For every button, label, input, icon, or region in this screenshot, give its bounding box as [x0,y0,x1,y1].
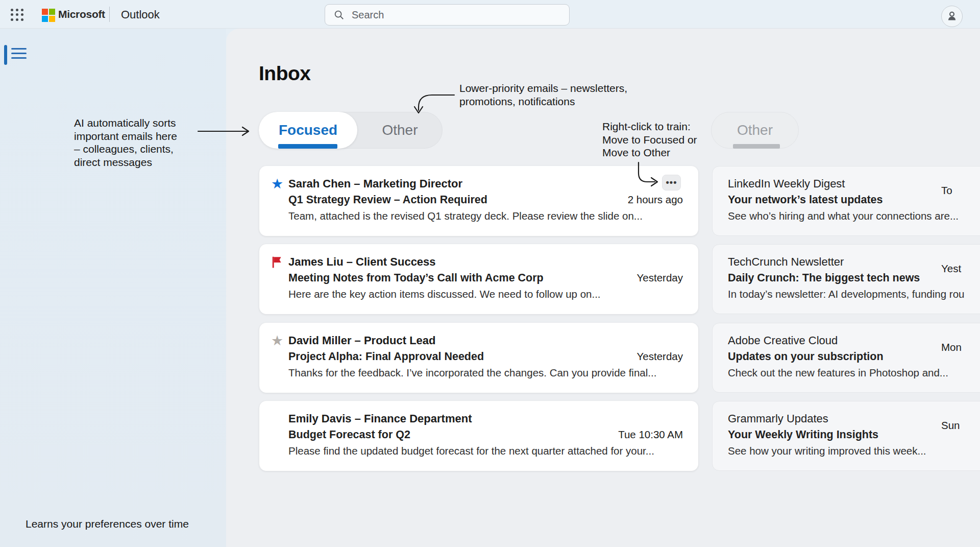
email-subject: Project Alpha: Final Approval Needed [288,350,484,363]
annotation-right-click-train: Right-click to train: Move to Focused or… [602,120,697,159]
email-subject: Meeting Notes from Today’s Call with Acm… [288,272,544,284]
email-preview: See who’s hiring and what your connectio… [728,210,980,222]
email-subject: Updates on your subscription [728,350,884,363]
tab-other[interactable]: Other [357,112,443,148]
email-preview: See how your writing improved this week.… [728,445,980,457]
email-subject: Your network’s latest updates [728,194,883,206]
email-timestamp: 2 hours ago [622,194,683,206]
annotation-learns-preferences: Learns your preferences over time [26,517,189,531]
tab-focused[interactable]: Focused [259,112,357,149]
sidebar-accent-bar [4,45,7,65]
email-row-emily-davis[interactable]: Emily Davis – Finance Department Budget … [259,401,698,471]
focused-other-tab-group: Other Focused [259,112,443,149]
email-timestamp: Yest [941,263,961,275]
email-timestamp: Sun [941,419,960,432]
email-row-sarah-chen[interactable]: ★ Sarah Chen – Marketing Director Q1 Str… [259,166,698,236]
star-icon[interactable]: ★ [270,333,285,348]
email-row-james-liu[interactable]: James Liu – Client Success Meeting Notes… [259,244,698,314]
email-row-techcrunch[interactable]: TechCrunch Newsletter Daily Crunch: The … [712,244,980,314]
email-sender: James Liu – Client Success [288,254,683,270]
email-timestamp: Tue 10:30 AM [612,429,683,441]
email-row-adobe[interactable]: Adobe Creative Cloud Updates on your sub… [712,323,980,393]
microsoft-label: Microsoft [58,8,105,20]
app-title: Outlook [121,8,160,21]
annotation-lower-priority: Lower-priority emails – newsletters, pro… [459,82,627,108]
tab-focused-label: Focused [279,122,337,138]
more-options-button[interactable]: ••• [662,175,681,191]
email-row-linkedin[interactable]: LinkedIn Weekly Digest Your network’s la… [712,166,980,236]
email-sender: Sarah Chen – Marketing Director [288,176,683,192]
other-column-label: Other [737,122,773,138]
hamburger-menu-button[interactable] [11,48,27,59]
email-timestamp: Yesterday [631,350,683,363]
page-title: Inbox [259,62,311,85]
star-icon[interactable]: ★ [270,176,285,192]
email-subject: Q1 Strategy Review – Action Required [288,194,487,206]
email-preview: Here are the key action items discussed.… [288,288,683,300]
email-preview: Thanks for the feedback. I’ve incorporat… [288,367,683,379]
email-preview: Team, attached is the revised Q1 strateg… [288,210,683,222]
email-preview: Please find the updated budget forecast … [288,445,683,457]
tab-other-label: Other [382,122,418,138]
other-column-tab[interactable]: Other [711,112,799,149]
email-sender: Emily Davis – Finance Department [288,411,683,426]
search-icon [333,9,345,20]
account-button[interactable] [941,6,963,27]
email-timestamp: Yesterday [631,272,683,284]
email-row-david-miller[interactable]: ★ David Miller – Product Lead Project Al… [259,323,698,393]
top-bar: Microsoft Outlook [0,0,980,29]
email-subject: Daily Crunch: The biggest tech news [728,272,920,284]
email-subject: Your Weekly Writing Insights [728,429,878,441]
left-sidebar: AI automatically sorts important emails … [0,29,226,547]
microsoft-logo-icon [42,9,55,22]
outlook-window: Microsoft Outlook AI automatically sorts… [0,0,980,547]
flag-icon[interactable] [270,254,285,270]
email-timestamp: Mon [941,341,962,353]
search-input[interactable] [352,9,556,21]
topbar-divider [109,7,110,22]
person-icon [945,10,959,23]
email-timestamp: To [941,184,952,197]
search-bar[interactable] [325,4,570,26]
app-launcher-icon[interactable] [9,8,24,22]
focused-tab-underline [278,144,337,149]
other-tab-underline [733,144,780,149]
email-subject: Budget Forecast for Q2 [288,429,410,441]
email-preview: Check out the new features in Photoshop … [728,367,980,379]
annotation-ai-sorts: AI automatically sorts important emails … [74,116,177,169]
email-sender: David Miller – Product Lead [288,333,683,348]
email-preview: In today’s newsletter: AI developments, … [728,288,980,300]
email-row-grammarly[interactable]: Grammarly Updates Your Weekly Writing In… [712,401,980,471]
